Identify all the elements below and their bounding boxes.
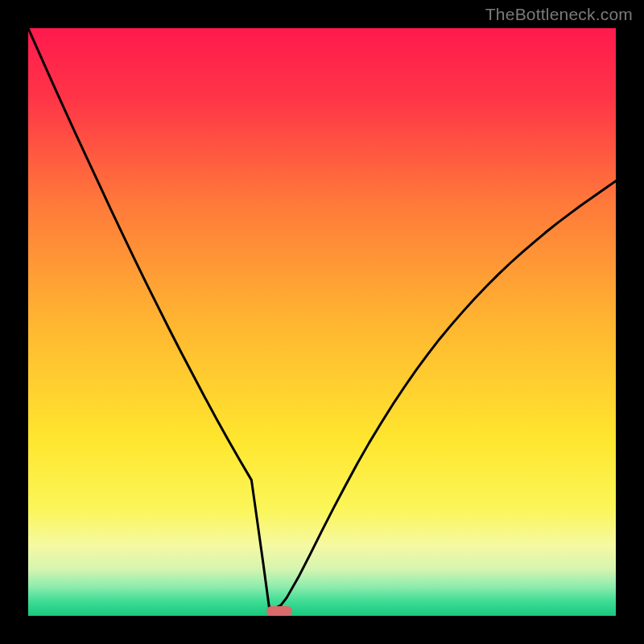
curve-line [28, 28, 616, 616]
plot-area [28, 28, 616, 616]
outer-frame: TheBottleneck.com [0, 0, 644, 644]
bottleneck-marker [266, 606, 293, 616]
watermark-text: TheBottleneck.com [485, 5, 633, 24]
